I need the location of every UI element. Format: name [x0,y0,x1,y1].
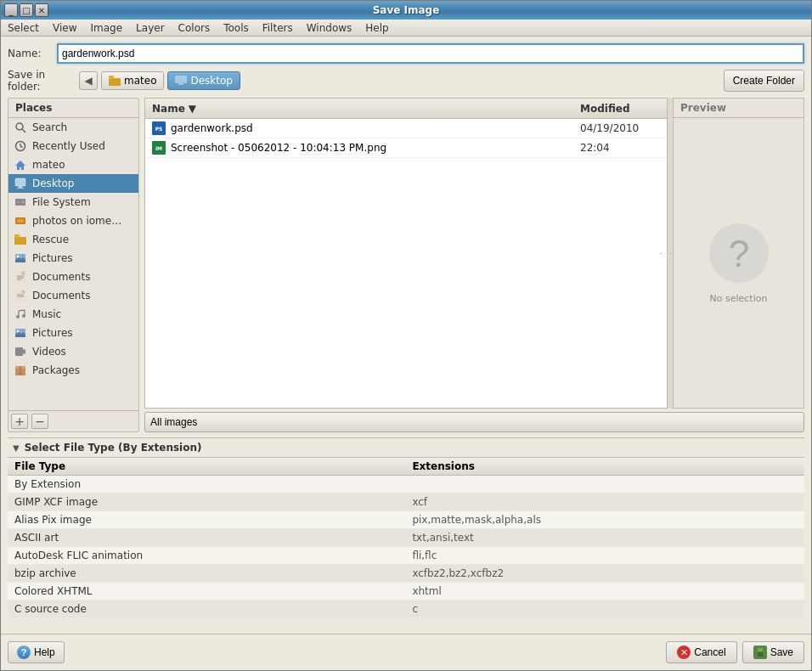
filetype-cell-ext: xcfbz2,bz2,xcfbz2 [405,565,804,583]
maximize-button[interactable]: □ [20,3,33,17]
filetype-row[interactable]: GIMP XCF imagexcf [8,493,804,511]
file-modified-1: 04/19/2010 [573,122,667,134]
places-label-music: Music [32,308,61,320]
music-icon [14,307,27,321]
menu-colors[interactable]: Colors [172,20,217,36]
folder-rescue-icon [14,233,27,246]
minimize-button[interactable]: _ [4,3,18,17]
network-icon [14,214,27,228]
breadcrumb-desktop[interactable]: Desktop [167,71,240,90]
menu-view[interactable]: View [46,20,83,36]
filetype-cell-type: C source code [8,601,405,618]
file-cell-name-1: PS gardenwork.psd [145,121,573,135]
places-label-iomega: photos on iomega-0e6... [32,215,126,227]
svg-rect-10 [19,186,22,188]
help-button[interactable]: ? Help [8,641,65,663]
places-item-pictures1[interactable]: Pictures [8,249,138,268]
places-label-documents2: Documents [32,290,90,302]
svg-rect-16 [17,219,24,223]
filter-select[interactable]: All images All files PNG images JPEG ima… [144,412,804,432]
document-icon2 [14,289,27,302]
places-controls: + − [8,410,138,431]
close-button[interactable]: ✕ [35,3,48,17]
svg-rect-41 [758,652,763,657]
filetype-toggle-icon: ▼ [13,443,20,453]
places-item-recently-used[interactable]: Recently Used [8,137,138,155]
filetype-cell-ext: fli,flc [405,547,804,565]
menu-select[interactable]: Select [1,20,46,36]
filetype-row[interactable]: C source codec [8,601,804,618]
add-place-button[interactable]: + [11,414,28,429]
sort-icon: ▼ [189,103,196,115]
places-item-pictures2[interactable]: Pictures [8,324,138,342]
svg-rect-1 [109,76,114,79]
filetype-header[interactable]: ▼ Select File Type (By Extension) [8,438,804,457]
remove-place-button[interactable]: − [31,414,48,429]
places-item-music[interactable]: Music [8,305,138,324]
svg-rect-9 [15,178,25,186]
places-item-mateo[interactable]: mateo [8,155,138,174]
filetype-row[interactable]: AutoDesk FLIC animationfli,flc [8,547,804,565]
titlebar: _ □ ✕ Save Image [1,1,811,20]
file-name-2: Screenshot - 05062012 - 10:04:13 PM.png [171,142,386,154]
places-item-documents2[interactable]: Documents [8,286,138,305]
dialog-body: Name: Save in folder: ◀ mateo De [1,37,811,634]
filetype-cell-ext: c [405,601,804,618]
places-item-packages[interactable]: Packages [8,361,138,380]
package-icon [14,364,27,377]
places-item-search[interactable]: Search [8,118,138,137]
filetype-row[interactable]: Alias Pix imagepix,matte,mask,alpha,als [8,511,804,529]
filetype-cell-type: ASCII art [8,529,405,547]
menu-filters[interactable]: Filters [256,20,300,36]
help-label: Help [34,646,55,658]
breadcrumb-mateo-label: mateo [124,75,156,87]
name-input-wrapper [57,43,804,64]
filetype-row[interactable]: bzip archivexcfbz2,bz2,xcfbz2 [8,565,804,583]
table-row[interactable]: PS gardenwork.psd 04/19/2010 [145,119,667,138]
col-modified-header[interactable]: Modified [573,103,667,115]
pictures-icon [14,251,27,265]
filetype-header-row: File Type Extensions [8,458,804,476]
cancel-button[interactable]: ✕ Cancel [666,641,736,663]
places-item-filesystem[interactable]: File System [8,193,138,211]
filename-input[interactable] [57,43,804,64]
create-folder-button[interactable]: Create Folder [724,70,804,92]
back-button[interactable]: ◀ [79,71,98,90]
drive-icon [14,195,27,209]
menu-help[interactable]: Help [358,20,395,36]
places-item-documents1[interactable]: Documents [8,268,138,286]
places-item-iomega[interactable]: photos on iomega-0e6... [8,211,138,230]
breadcrumb-desktop-label: Desktop [190,75,233,87]
search-icon [14,121,27,134]
col-name-header[interactable]: Name ▼ [145,103,573,115]
svg-rect-40 [758,648,763,651]
files-header: Name ▼ Modified [145,99,667,119]
preview-image-area: ? No selection [708,118,770,408]
table-row[interactable]: IM Screenshot - 05062012 - 10:04:13 PM.p… [145,138,667,158]
filetype-table-wrap: File Type Extensions By ExtensionGIMP XC… [8,457,804,627]
places-title: Places [8,99,138,118]
places-item-rescue[interactable]: Rescue [8,230,138,249]
places-item-desktop[interactable]: Desktop [8,174,138,193]
breadcrumb-mateo[interactable]: mateo [101,71,164,90]
save-button[interactable]: Save [742,641,804,663]
filetype-row[interactable]: Colored XHTMLxhtml [8,583,804,601]
svg-rect-26 [15,290,25,302]
files-area: Name ▼ Modified PS gardenwork [144,98,804,432]
filetype-row[interactable]: ASCII arttxt,ansi,text [8,529,804,547]
help-icon: ? [17,646,31,659]
menu-image[interactable]: Image [84,20,130,36]
places-label-pictures1: Pictures [32,252,73,264]
menu-layer[interactable]: Layer [129,20,171,36]
cancel-label: Cancel [694,646,725,658]
files-panel: Name ▼ Modified PS gardenwork [144,98,668,409]
filetype-row[interactable]: By Extension [8,476,804,493]
menu-windows[interactable]: Windows [300,20,359,36]
main-area: Places Search Recently Used [8,98,804,432]
desktop-icon [175,76,187,86]
places-item-videos[interactable]: Videos [8,342,138,361]
document-icon1 [14,270,27,284]
home-icon [14,158,27,172]
pictures-icon2 [14,326,27,340]
menu-tools[interactable]: Tools [217,20,256,36]
